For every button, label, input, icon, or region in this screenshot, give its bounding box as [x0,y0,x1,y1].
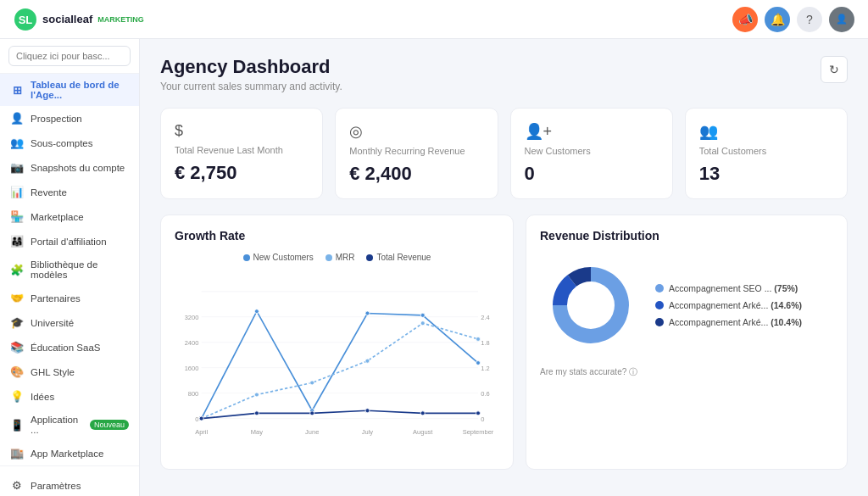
svg-text:2400: 2400 [185,339,199,347]
revenue-legend-item: Accompagnement Arké... (10.4%) [655,317,802,327]
sous-comptes-icon: 👥 [10,137,24,149]
sidebar-item-bibliotheque[interactable]: 🧩Bibliothèque de modèles [0,254,139,286]
svg-text:0: 0 [481,415,484,423]
sidebar-item-marketplace[interactable]: 🏪Marketplace [0,204,139,229]
page-title: Agency Dashboard [160,56,342,78]
legend-item: Total Revenue [366,253,431,262]
svg-point-31 [254,393,259,397]
refresh-button[interactable]: ↻ [821,56,848,83]
sidebar-label: App Marketplace [31,449,129,459]
sidebar-item-ghl-style[interactable]: 🎨GHL Style [0,359,139,384]
partenaires-icon: 🤝 [10,292,24,304]
svg-point-36 [199,416,203,421]
sidebar-label: Prospection [31,114,129,124]
kpi-value-new-customers: 0 [525,163,659,185]
svg-point-33 [365,359,370,363]
sidebar-search-input[interactable] [8,46,131,66]
svg-point-41 [476,411,481,415]
svg-text:1.8: 1.8 [481,339,489,347]
svg-text:0.6: 0.6 [481,390,489,398]
kpi-card-total-customers: 👥 Total Customers 13 [685,108,848,199]
svg-text:3200: 3200 [185,314,199,321]
revenue-distribution-card: Revenue Distribution Accompagnement SEO … [526,215,848,470]
svg-point-34 [420,321,425,326]
stats-note: Are my stats accurate? ⓘ [540,366,833,378]
growth-chart-title: Growth Rate [175,229,499,242]
sidebar-label: Université [31,318,129,328]
legend-label: Accompagnement Arké... (10.4%) [669,317,802,327]
kpi-icon-new-customers: 👤+ [525,122,659,141]
sidebar-item-sous-comptes[interactable]: 👥Sous-comptes [0,131,139,155]
sidebar-item-universite[interactable]: 🎓Université [0,310,139,335]
sidebar-item-app-marketplace[interactable]: 🏬App Marketplace [0,441,139,465]
help-icon[interactable]: ⓘ [629,367,637,376]
svg-point-38 [310,411,314,415]
sidebar-search-container [0,39,139,74]
svg-text:800: 800 [188,390,199,398]
svg-text:July: July [362,428,374,436]
svg-text:August: August [413,428,433,436]
chart-legend: New CustomersMRRTotal Revenue [175,253,499,262]
sidebar-item-settings[interactable]: ⚙ Paramètres [0,473,139,496]
sidebar-label: Partenaires [31,293,129,304]
logo-subtitle: MARKETING [97,15,144,24]
legend-item: New Customers [243,253,314,262]
notification-button[interactable]: 🔔 [765,7,790,32]
svg-point-40 [420,411,425,415]
kpi-value-total-revenue: € 2,750 [175,162,309,184]
user-avatar[interactable]: 👤 [829,7,854,32]
megaphone-button[interactable]: 📣 [732,7,758,32]
revenue-legend-item: Accompagnement Arké... (14.6%) [655,300,802,310]
sidebar-label: Bibliothèque de modèles [31,259,129,280]
kpi-card-mrr: ◎ Monthly Recurring Revenue € 2,400 [335,108,498,199]
help-button[interactable]: ? [797,7,822,32]
svg-text:1600: 1600 [185,365,199,372]
kpi-value-total-customers: 13 [699,163,833,185]
universite-icon: 🎓 [10,316,24,329]
logo-icon: SL [14,8,37,31]
legend-dot [243,254,250,261]
sidebar-item-tableau[interactable]: ⊞Tableau de bord de l'Age... [0,74,139,106]
sidebar: ⊞Tableau de bord de l'Age...👤Prospection… [0,39,140,496]
svg-point-37 [254,411,259,415]
page-header: Agency Dashboard Your current sales summ… [160,56,848,92]
ghl-style-icon: 🎨 [10,365,24,378]
sidebar-bottom: ⚙ Paramètres ‹ [0,465,139,496]
sidebar-label: Portail d'affiliation [31,237,129,247]
kpi-label-total-customers: Total Customers [699,146,833,156]
kpi-label-new-customers: New Customers [525,146,659,156]
legend-label: Accompagnement Arké... (14.6%) [669,300,802,310]
snapshots-icon: 📷 [10,161,24,174]
legend-color [655,301,664,309]
sidebar-item-snapshots[interactable]: 📷Snapshots du compte [0,155,139,180]
portail-icon: 👨‍👩‍👧 [10,235,24,248]
svg-point-32 [310,381,314,385]
svg-text:1.2: 1.2 [481,365,489,372]
legend-label: Accompagnement SEO ... (75%) [669,283,798,293]
idees-icon: 💡 [10,390,24,403]
kpi-card-new-customers: 👤+ New Customers 0 [510,108,673,199]
sidebar-item-revente[interactable]: 📊Revente [0,180,139,204]
sidebar-item-education[interactable]: 📚Éducation SaaS [0,335,139,359]
svg-point-39 [365,409,370,413]
settings-icon: ⚙ [10,479,24,492]
sidebar-item-portail[interactable]: 👨‍👩‍👧Portail d'affiliation [0,229,139,254]
education-icon: 📚 [10,341,24,354]
kpi-icon-total-revenue: $ [175,122,309,140]
svg-point-25 [254,309,259,314]
kpi-icon-total-customers: 👥 [699,122,833,141]
chart-container: 008000.616001.224001.832002.4AprilMayJun… [175,269,499,455]
kpi-value-mrr: € 2,400 [349,163,483,185]
sidebar-item-idees[interactable]: 💡Idées [0,384,139,409]
sidebar-item-application[interactable]: 📱Application ...Nouveau [0,409,139,441]
sidebar-label: GHL Style [31,367,129,377]
page-subtitle: Your current sales summary and activity. [160,81,342,92]
main-content: Agency Dashboard Your current sales summ… [140,39,868,496]
sidebar-item-partenaires[interactable]: 🤝Partenaires [0,286,139,310]
sidebar-label: Sous-comptes [31,138,129,148]
sidebar-item-prospection[interactable]: 👤Prospection [0,106,139,131]
donut-chart [540,254,642,356]
growth-chart-svg: 008000.616001.224001.832002.4AprilMayJun… [175,269,499,455]
logo-text: socialleaf [42,13,92,25]
kpi-row: $ Total Revenue Last Month € 2,750 ◎ Mon… [160,108,848,199]
